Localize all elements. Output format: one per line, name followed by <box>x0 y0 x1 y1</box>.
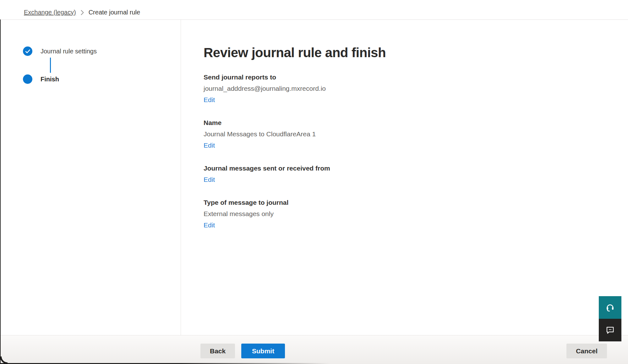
section-value: External messages only <box>204 209 615 218</box>
review-section-send-journal-reports-to: Send journal reports to journal_adddress… <box>204 73 615 104</box>
submit-button[interactable]: Submit <box>241 344 285 358</box>
wizard-step-connector <box>50 57 51 73</box>
section-label: Send journal reports to <box>204 73 615 81</box>
step-completed-check-icon <box>23 46 32 56</box>
chevron-right-icon <box>80 9 84 16</box>
review-section-journal-messages-scope: Journal messages sent or received from E… <box>204 164 615 184</box>
breadcrumb-current-page: Create journal rule <box>89 9 140 16</box>
breadcrumb-exchange-legacy-link[interactable]: Exchange (legacy) <box>24 9 76 16</box>
wizard-step-label: Finish <box>41 76 59 83</box>
section-label: Type of message to journal <box>204 198 615 207</box>
top-bar: Exchange (legacy) Create journal rule <box>0 0 628 20</box>
edit-name-link[interactable]: Edit <box>204 141 215 149</box>
step-current-dot-icon <box>23 74 32 84</box>
headset-icon <box>605 302 615 313</box>
edit-message-type-link[interactable]: Edit <box>204 221 215 229</box>
wizard-steps-pane: Journal rule settings Finish <box>0 20 181 335</box>
help-support-button[interactable] <box>599 296 621 319</box>
page-title: Review journal rule and finish <box>204 44 615 62</box>
review-section-name: Name Journal Messages to CloudflareArea … <box>204 118 615 149</box>
create-journal-rule-window: Exchange (legacy) Create journal rule Jo… <box>0 0 628 364</box>
wizard-step-journal-rule-settings[interactable]: Journal rule settings <box>23 46 181 56</box>
wizard-step-label: Journal rule settings <box>41 48 97 55</box>
back-button[interactable]: Back <box>200 344 235 358</box>
page-body: Journal rule settings Finish Review jour… <box>0 20 628 335</box>
section-value: journal_adddress@journaling.mxrecord.io <box>204 84 615 93</box>
breadcrumb: Exchange (legacy) Create journal rule <box>24 9 140 16</box>
section-label: Name <box>204 118 615 127</box>
chat-feedback-icon <box>605 325 615 335</box>
edit-send-journal-reports-to-link[interactable]: Edit <box>204 95 215 104</box>
review-content: Review journal rule and finish Send jour… <box>181 20 628 335</box>
action-footer: Back Submit Cancel <box>0 335 628 364</box>
edit-journal-messages-scope-link[interactable]: Edit <box>204 175 215 184</box>
review-section-message-type: Type of message to journal External mess… <box>204 198 615 229</box>
section-label: Journal messages sent or received from <box>204 164 615 172</box>
feedback-button[interactable] <box>599 319 621 341</box>
cancel-button[interactable]: Cancel <box>566 344 607 358</box>
wizard-step-finish[interactable]: Finish <box>23 74 181 84</box>
window-left-edge <box>0 19 1 364</box>
section-value: Journal Messages to CloudflareArea 1 <box>204 130 615 138</box>
